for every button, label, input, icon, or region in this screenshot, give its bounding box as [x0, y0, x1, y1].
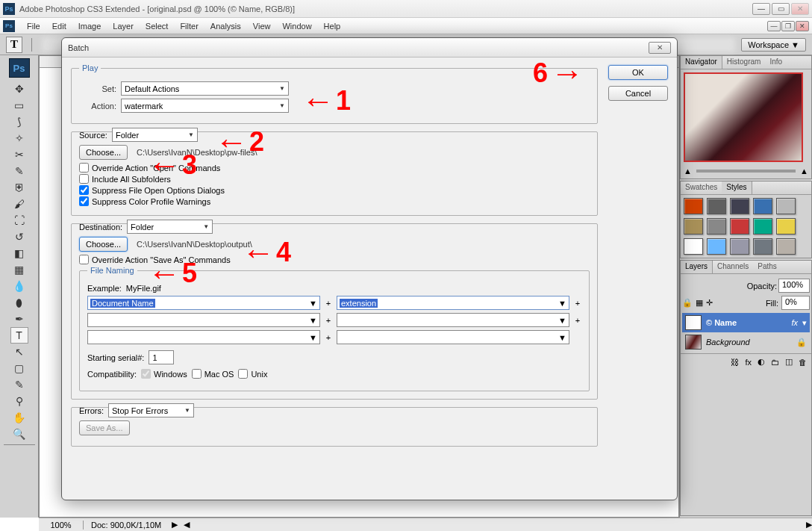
- history-brush-tool[interactable]: ↺: [10, 229, 28, 245]
- style-swatch[interactable]: [776, 198, 796, 214]
- style-swatch[interactable]: [707, 198, 726, 214]
- layer-fx-icon[interactable]: fx: [791, 318, 798, 327]
- close-button[interactable]: ✕: [791, 3, 809, 15]
- tab-channels[interactable]: Channels: [713, 261, 753, 273]
- zoom-out-icon[interactable]: ▲: [684, 167, 692, 176]
- suppress-color-checkbox[interactable]: Suppress Color Profile Warnings: [79, 196, 590, 206]
- ok-button[interactable]: OK: [608, 65, 668, 80]
- ps-logo-tool[interactable]: Ps: [9, 58, 30, 78]
- style-swatch[interactable]: [753, 218, 772, 235]
- eraser-tool[interactable]: ◧: [10, 245, 28, 261]
- heal-tool[interactable]: ⛨: [10, 179, 28, 196]
- zoom-in-icon[interactable]: ▲: [800, 167, 808, 176]
- style-swatch[interactable]: [684, 198, 703, 214]
- shape-tool[interactable]: ▢: [10, 360, 28, 376]
- override-open-checkbox[interactable]: Override Action "Open" Commands: [79, 163, 590, 173]
- zoom-slider[interactable]: [696, 170, 796, 173]
- delete-layer-icon[interactable]: 🗑: [799, 358, 807, 367]
- fx-icon[interactable]: fx: [745, 358, 752, 367]
- menu-view[interactable]: View: [247, 20, 277, 32]
- source-choose-button[interactable]: Choose...: [79, 145, 128, 160]
- filename-field-1[interactable]: Document Name▼: [87, 296, 320, 310]
- menu-edit[interactable]: Edit: [46, 20, 72, 32]
- serial-input[interactable]: [149, 350, 174, 364]
- filename-field-2[interactable]: extension▼: [337, 296, 569, 310]
- tab-swatches[interactable]: Swatches: [681, 181, 722, 194]
- compat-mac-checkbox[interactable]: Mac OS: [192, 369, 234, 379]
- style-swatch[interactable]: [730, 238, 749, 255]
- menu-window[interactable]: Window: [276, 20, 317, 32]
- style-swatch[interactable]: [684, 218, 703, 235]
- brush-tool[interactable]: 🖌: [10, 196, 28, 212]
- destination-dropdown[interactable]: Folder▼: [127, 220, 213, 234]
- stamp-tool[interactable]: ⛶: [10, 212, 28, 229]
- doc-minimize-button[interactable]: —: [767, 21, 781, 31]
- tab-styles[interactable]: Styles: [722, 181, 752, 194]
- filename-field-3[interactable]: ▼: [87, 313, 320, 327]
- minimize-button[interactable]: —: [752, 3, 770, 15]
- maximize-button[interactable]: ▭: [772, 3, 790, 15]
- suppress-open-checkbox[interactable]: Suppress File Open Options Dialogs: [79, 185, 590, 195]
- layer-row[interactable]: © Name fx ▾: [682, 313, 810, 332]
- opacity-value[interactable]: 100%: [778, 279, 810, 293]
- wand-tool[interactable]: ✧: [10, 130, 28, 146]
- new-group-icon[interactable]: 🗀: [771, 358, 779, 367]
- style-swatch[interactable]: [753, 238, 772, 255]
- menu-select[interactable]: Select: [140, 20, 175, 32]
- style-swatch[interactable]: [684, 238, 703, 255]
- style-swatch[interactable]: [776, 238, 796, 255]
- cancel-button[interactable]: Cancel: [608, 86, 668, 101]
- path-tool[interactable]: ↖: [10, 344, 28, 360]
- eyedropper-tool[interactable]: ⚲: [10, 393, 28, 409]
- pen-tool[interactable]: ✒: [10, 311, 28, 327]
- navigator-thumbnail[interactable]: [684, 72, 803, 162]
- destination-choose-button[interactable]: Choose...: [79, 237, 128, 252]
- filename-field-4[interactable]: ▼: [337, 313, 569, 327]
- style-swatch[interactable]: [776, 218, 796, 235]
- menu-file[interactable]: File: [21, 20, 46, 32]
- slice-tool[interactable]: ✎: [10, 163, 28, 179]
- lasso-tool[interactable]: ⟆: [10, 114, 28, 130]
- fill-value[interactable]: 0%: [781, 296, 810, 310]
- filename-field-6[interactable]: ▼: [337, 330, 569, 344]
- tab-info[interactable]: Info: [765, 56, 787, 69]
- link-layers-icon[interactable]: ⛓: [731, 358, 739, 367]
- workspace-button[interactable]: Workspace ▼: [741, 38, 806, 52]
- type-tool[interactable]: T: [10, 327, 28, 344]
- marquee-tool[interactable]: ▭: [10, 97, 28, 114]
- source-dropdown[interactable]: Folder▼: [112, 128, 198, 142]
- doc-close-button[interactable]: ✕: [796, 21, 809, 31]
- tab-layers[interactable]: Layers: [681, 261, 713, 273]
- menu-layer[interactable]: Layer: [107, 20, 140, 32]
- tab-paths[interactable]: Paths: [753, 261, 781, 273]
- style-swatch[interactable]: [730, 198, 749, 214]
- style-swatch[interactable]: [707, 218, 726, 235]
- mask-icon[interactable]: ◐: [758, 357, 765, 367]
- compat-unix-checkbox[interactable]: Unix: [238, 369, 267, 379]
- style-swatch[interactable]: [707, 238, 726, 255]
- tab-navigator[interactable]: Navigator: [681, 56, 722, 69]
- dodge-tool[interactable]: ⬮: [10, 294, 28, 311]
- zoom-tool[interactable]: 🔍: [10, 426, 28, 442]
- zoom-status[interactable]: 100%: [39, 521, 84, 530]
- menu-image[interactable]: Image: [72, 20, 107, 32]
- dialog-titlebar[interactable]: Batch ✕: [62, 38, 677, 58]
- lock-position-icon[interactable]: ✛: [706, 298, 713, 308]
- layer-row[interactable]: Background 🔒: [682, 332, 810, 352]
- menu-help[interactable]: Help: [318, 20, 347, 32]
- include-subfolders-checkbox[interactable]: Include All Subfolders: [79, 174, 590, 184]
- style-swatch[interactable]: [753, 198, 772, 214]
- notes-tool[interactable]: ✎: [10, 376, 28, 393]
- dialog-close-button[interactable]: ✕: [649, 42, 671, 54]
- move-tool[interactable]: ✥: [10, 81, 28, 97]
- gradient-tool[interactable]: ▦: [10, 261, 28, 278]
- menu-analysis[interactable]: Analysis: [204, 20, 247, 32]
- style-swatch[interactable]: [730, 218, 749, 235]
- action-dropdown[interactable]: watermark▼: [121, 99, 289, 113]
- lock-pixels-icon[interactable]: ▦: [696, 298, 703, 308]
- crop-tool[interactable]: ✂: [10, 146, 28, 163]
- override-saveas-checkbox[interactable]: Override Action "Save As" Commands: [79, 255, 590, 264]
- hand-tool[interactable]: ✋: [10, 409, 28, 426]
- set-dropdown[interactable]: Default Actions▼: [121, 81, 289, 96]
- tool-indicator-type[interactable]: T: [6, 37, 22, 53]
